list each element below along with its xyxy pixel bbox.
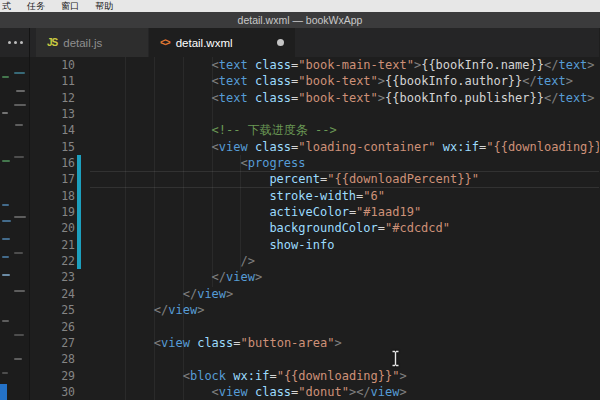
code-line-text: show-info (96, 237, 599, 253)
line-number[interactable]: 15 (30, 139, 75, 155)
code-line-text: <text class="book-text">{{bookInfo.autho… (96, 73, 599, 89)
code-line-text: <text class="book-main-text">{{bookInfo.… (96, 57, 599, 73)
minimap-strip[interactable] (0, 28, 30, 400)
line-number[interactable]: 13 (30, 106, 75, 122)
macos-menu-bar: 式 任务 窗口 帮助 (0, 0, 600, 12)
modified-dot-icon[interactable] (277, 39, 284, 46)
gutter[interactable] (75, 384, 96, 400)
code-line[interactable]: 21 show-info (30, 237, 599, 253)
menubar-item-window[interactable]: 窗口 (61, 0, 79, 13)
code-line[interactable]: 24 </view> (30, 286, 599, 302)
code-line[interactable]: 18 stroke-width="6" (30, 188, 599, 204)
code-line[interactable]: 15 <view class="loading-container" wx:if… (30, 139, 599, 155)
gutter[interactable] (75, 139, 96, 155)
gutter[interactable] (75, 155, 96, 171)
line-number[interactable]: 23 (30, 269, 75, 285)
menubar-item-help[interactable]: 帮助 (95, 0, 113, 13)
tab-detail-wxml[interactable]: <> detail.wxml (149, 28, 295, 57)
gutter[interactable] (75, 188, 96, 204)
editor-actions-more-button[interactable] (0, 28, 29, 57)
ellipsis-icon (20, 41, 23, 44)
line-number[interactable]: 21 (30, 237, 75, 253)
javascript-file-icon: JS (47, 37, 57, 48)
gutter[interactable] (75, 106, 96, 122)
main-row: JS detail.js <> detail.wxml 10 <text cla… (0, 28, 600, 400)
code-editor[interactable]: 10 <text class="book-main-text">{{bookIn… (30, 57, 599, 400)
window-title-bar: detail.wxml — bookWxApp (0, 12, 600, 28)
modified-lines-indicator (77, 171, 81, 187)
code-line-text (96, 351, 599, 367)
line-number[interactable]: 25 (30, 302, 75, 318)
gutter[interactable] (75, 319, 96, 335)
line-number[interactable]: 20 (30, 220, 75, 236)
line-number[interactable]: 16 (30, 155, 75, 171)
code-line-text: <block wx:if="{{downloading}}"> (96, 368, 599, 384)
gutter[interactable] (75, 204, 96, 220)
gutter[interactable] (75, 220, 96, 236)
code-line-text: <text class="book-text">{{bookInfo.publi… (96, 90, 599, 106)
line-number[interactable]: 11 (30, 73, 75, 89)
code-line-text (96, 106, 599, 122)
tab-label: detail.wxml (176, 37, 233, 49)
tab-bar: JS detail.js <> detail.wxml (30, 28, 599, 57)
code-line-text: stroke-width="6" (96, 188, 599, 204)
line-number[interactable]: 18 (30, 188, 75, 204)
code-line[interactable]: 13 (30, 106, 599, 122)
code-line[interactable]: 26 (30, 319, 599, 335)
window-title: detail.wxml — bookWxApp (238, 14, 363, 26)
gutter[interactable] (75, 269, 96, 285)
code-line[interactable]: 11 <text class="book-text">{{bookInfo.au… (30, 73, 599, 89)
gutter[interactable] (75, 171, 96, 187)
tab-detail-js[interactable]: JS detail.js (36, 28, 148, 57)
line-number[interactable]: 30 (30, 384, 75, 400)
code-line-text: activeColor="#1aad19" (96, 204, 599, 220)
gutter[interactable] (75, 73, 96, 89)
code-line[interactable]: 14 <!-- 下载进度条 --> (30, 122, 599, 138)
code-line-text (96, 319, 599, 335)
code-line[interactable]: 29 <block wx:if="{{downloading}}"> (30, 368, 599, 384)
code-line-text: <view class="donut"></view> (96, 384, 599, 400)
code-line[interactable]: 10 <text class="book-main-text">{{bookIn… (30, 57, 599, 73)
code-line[interactable]: 23 </view> (30, 269, 599, 285)
gutter[interactable] (75, 90, 96, 106)
code-line[interactable]: 19 activeColor="#1aad19" (30, 204, 599, 220)
line-number[interactable]: 28 (30, 351, 75, 367)
gutter[interactable] (75, 237, 96, 253)
code-line[interactable]: 25 </view> (30, 302, 599, 318)
line-number[interactable]: 17 (30, 171, 75, 187)
gutter[interactable] (75, 302, 96, 318)
code-line-text: </view> (96, 269, 599, 285)
code-line[interactable]: 12 <text class="book-text">{{bookInfo.pu… (30, 90, 599, 106)
code-line-text: <view class="loading-container" wx:if="{… (96, 139, 599, 155)
code-line[interactable]: 20 backgroundColor="#cdcdcd" (30, 220, 599, 236)
code-line[interactable]: 17 percent="{{downloadPercent}}" (30, 171, 599, 187)
menubar-item-tasks[interactable]: 任务 (27, 0, 45, 13)
line-number[interactable]: 29 (30, 368, 75, 384)
gutter[interactable] (75, 351, 96, 367)
line-number[interactable]: 12 (30, 90, 75, 106)
markup-file-icon: <> (160, 37, 170, 48)
line-number[interactable]: 19 (30, 204, 75, 220)
gutter[interactable] (75, 253, 96, 269)
line-number[interactable]: 24 (30, 286, 75, 302)
line-number[interactable]: 26 (30, 319, 75, 335)
gutter[interactable] (75, 286, 96, 302)
code-line[interactable]: 22 /> (30, 253, 599, 269)
code-line[interactable]: 16 <progress (30, 155, 599, 171)
line-number[interactable]: 22 (30, 253, 75, 269)
code-line[interactable]: 30 <view class="donut"></view> (30, 384, 599, 400)
modified-lines-indicator (77, 253, 81, 269)
gutter[interactable] (75, 335, 96, 351)
line-number[interactable]: 27 (30, 335, 75, 351)
gutter[interactable] (75, 122, 96, 138)
code-line[interactable]: 28 (30, 351, 599, 367)
gutter[interactable] (75, 57, 96, 73)
line-number[interactable]: 10 (30, 57, 75, 73)
code-line-text: <view class="button-area"> (96, 335, 599, 351)
gutter[interactable] (75, 368, 96, 384)
code-line[interactable]: 27 <view class="button-area"> (30, 335, 599, 351)
line-number[interactable]: 14 (30, 122, 75, 138)
code-line-text: <progress (96, 155, 599, 171)
menubar-item-debug-partial[interactable]: 式 (2, 0, 11, 13)
ellipsis-icon (14, 41, 17, 44)
